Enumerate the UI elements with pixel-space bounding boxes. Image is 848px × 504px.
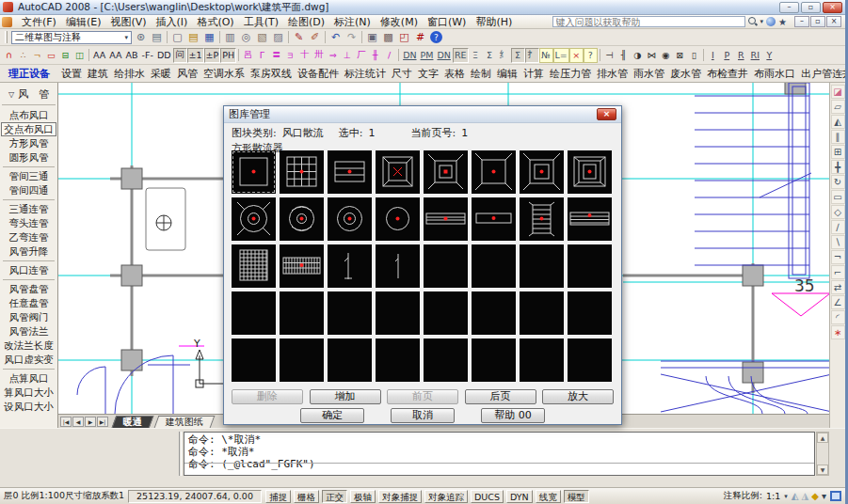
dialog-button[interactable]: 增加: [310, 389, 381, 404]
tab-nav-button[interactable]: ▶|: [97, 417, 108, 427]
library-symbol-cell[interactable]: [232, 291, 276, 335]
tool-palette-icon[interactable]: ▤: [149, 30, 165, 45]
library-symbol-cell[interactable]: [568, 339, 612, 382]
status-toggle[interactable]: 模型: [564, 490, 589, 503]
library-symbol-cell[interactable]: [520, 339, 564, 382]
annotation-tools-icon[interactable]: ?: [584, 48, 598, 63]
text-tools-icon[interactable]: AA: [107, 48, 123, 63]
lizheng-menu-item[interactable]: 绘制: [468, 67, 494, 81]
library-symbol-cell[interactable]: [280, 244, 324, 288]
search-icon[interactable]: [748, 17, 758, 26]
lizheng-menu-item[interactable]: 计算: [520, 67, 547, 81]
mdi-minimize-button[interactable]: –: [794, 16, 809, 27]
status-toggle[interactable]: 对象捕捉: [378, 490, 422, 503]
library-symbol-cell[interactable]: [328, 244, 372, 288]
trim-icon[interactable]: ∕: [831, 220, 845, 234]
library-symbol-cell[interactable]: [568, 150, 612, 194]
text-tools-icon[interactable]: AA: [91, 48, 107, 63]
favorites-star-icon[interactable]: ★: [778, 17, 787, 27]
break-point-icon[interactable]: ¬: [831, 250, 845, 264]
workspace-select[interactable]: 二维草图与注释 ▾: [11, 31, 132, 44]
erase-icon[interactable]: ◪: [831, 85, 845, 99]
stretch-icon[interactable]: ◇: [831, 205, 845, 219]
sidebar-item[interactable]: 圆形风管: [0, 150, 57, 165]
command-splitter[interactable]: [179, 432, 182, 476]
dialog-button[interactable]: 帮助 00: [481, 408, 545, 423]
mdi-close-button[interactable]: ×: [826, 16, 841, 27]
copy-icon[interactable]: ▱: [831, 100, 845, 114]
duct-tools-icon[interactable]: 呂: [241, 48, 255, 63]
menu-item[interactable]: 绘图(D): [283, 16, 329, 28]
library-symbol-cell[interactable]: [280, 291, 324, 335]
publish-icon[interactable]: ▧: [254, 30, 270, 45]
lizheng-menu-item[interactable]: 文字: [415, 67, 441, 81]
library-symbol-cell[interactable]: [376, 150, 420, 194]
duct-tools-icon[interactable]: Г: [255, 48, 269, 63]
status-menu-arrow-icon[interactable]: ▾: [822, 491, 826, 501]
annotation-tools-icon[interactable]: L=: [553, 48, 569, 63]
sidebar-item[interactable]: 方形风管: [0, 136, 57, 150]
letter-tools-icon[interactable]: P: [720, 48, 734, 63]
status-toggle[interactable]: 对象追踪: [424, 490, 468, 503]
lizheng-menu-item[interactable]: 风管: [174, 67, 200, 81]
letter-tools-icon[interactable]: R: [734, 48, 748, 63]
library-symbol-cell[interactable]: [568, 197, 612, 241]
library-symbol-cell[interactable]: [520, 244, 564, 288]
menu-item[interactable]: 帮助(H): [471, 16, 517, 28]
library-symbol-cell[interactable]: [472, 197, 516, 241]
move-icon[interactable]: ╋: [831, 160, 845, 174]
block-editor-icon[interactable]: ◰: [396, 30, 412, 45]
search-dropdown-icon[interactable]: ▾: [760, 18, 764, 25]
sidebar-item[interactable]: 点算风口: [0, 371, 57, 386]
annotation-tools-icon[interactable]: RE: [453, 48, 469, 63]
sidebar-item[interactable]: 管间四通: [0, 183, 57, 197]
calculator-icon[interactable]: #: [412, 30, 428, 45]
lizheng-menu-item[interactable]: 排水管: [594, 67, 631, 81]
lizheng-menu-item[interactable]: 表格: [441, 67, 468, 81]
library-symbol-cell[interactable]: [328, 291, 372, 335]
library-symbol-cell[interactable]: [328, 339, 372, 382]
toolbar-lock-icon[interactable]: ◆: [811, 491, 819, 501]
library-symbol-cell[interactable]: [520, 291, 564, 335]
lizheng-menu-item[interactable]: 建筑: [85, 67, 111, 81]
library-symbol-cell[interactable]: [424, 244, 468, 288]
offset-icon[interactable]: ∥: [831, 130, 845, 144]
match-properties-icon[interactable]: ✎: [291, 30, 307, 45]
lizheng-menu-item[interactable]: 泵房双线: [248, 67, 295, 81]
library-symbol-cell[interactable]: [376, 244, 420, 288]
annotation-tools-icon[interactable]: PM: [419, 48, 436, 63]
fitting-tools-icon[interactable]: ⊣: [602, 48, 616, 63]
tab-nav-button[interactable]: ▶: [85, 417, 96, 427]
sidebar-item[interactable]: 风管升降: [0, 244, 57, 259]
annotation-visibility-icon[interactable]: ◭: [792, 491, 799, 501]
help-search-input[interactable]: [552, 16, 745, 27]
lizheng-menu-item[interactable]: 布雨水口: [751, 67, 798, 81]
annotation-scale-arrow-icon[interactable]: ▾: [784, 493, 788, 500]
duct-tools-icon[interactable]: ⇒: [326, 48, 340, 63]
rotate-icon[interactable]: ↻: [831, 175, 845, 189]
minimize-button[interactable]: –: [779, 2, 799, 13]
sidebar-item[interactable]: 风管法兰: [0, 324, 57, 339]
plot-preview-icon[interactable]: ◎: [238, 30, 254, 45]
lizheng-tools-icon[interactable]: ∴: [16, 48, 30, 63]
letter-tools-icon[interactable]: RI: [748, 48, 762, 63]
plot-icon[interactable]: ▥: [222, 30, 238, 45]
tab-nav-button[interactable]: ◀: [72, 417, 84, 427]
text-tools-icon[interactable]: -F-: [140, 48, 155, 63]
menu-item[interactable]: 文件(F): [17, 16, 61, 28]
fitting-tools-icon[interactable]: ◉: [659, 48, 673, 63]
library-symbol-cell[interactable]: [328, 150, 372, 194]
library-symbol-cell[interactable]: [328, 197, 372, 241]
lizheng-menu-item[interactable]: 出户管连井: [798, 67, 848, 81]
letter-tools-icon[interactable]: Y: [762, 48, 776, 63]
text-tools-icon[interactable]: AB: [124, 48, 140, 63]
library-symbol-cell[interactable]: [280, 197, 324, 241]
annotation-tools-icon[interactable]: Σ: [483, 48, 497, 63]
status-toggle[interactable]: 捕捉: [265, 490, 291, 503]
annotation-tools-icon[interactable]: 扌: [525, 48, 539, 63]
fitting-tools-icon[interactable]: ◑: [631, 48, 645, 63]
sidebar-item[interactable]: 乙弯连管: [0, 230, 57, 244]
sidebar-item[interactable]: 算风口大小: [0, 386, 57, 400]
sidebar-item[interactable]: 点布风口: [0, 108, 57, 122]
sheetset-icon[interactable]: ▣: [364, 30, 380, 45]
